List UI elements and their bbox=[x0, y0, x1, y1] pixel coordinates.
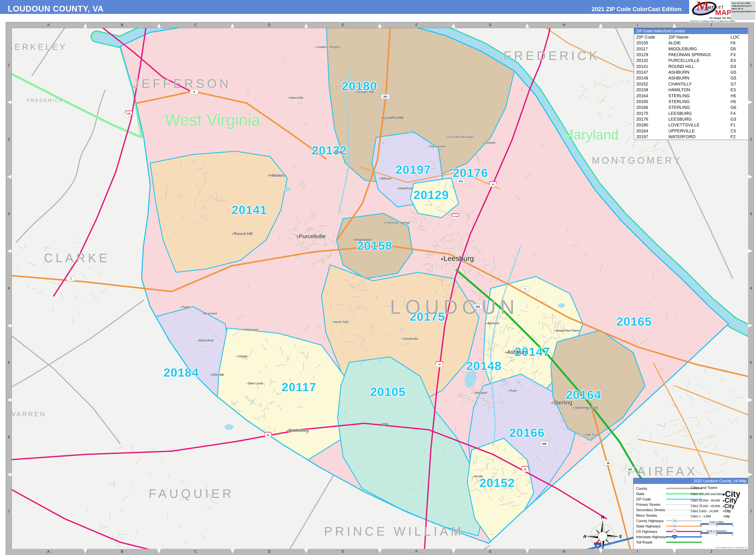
grid-number: 4 bbox=[750, 286, 752, 291]
town-label: Georges Mill bbox=[355, 90, 374, 94]
town-label: Oak Grove bbox=[584, 433, 600, 436]
us-route-shield-icon: 15 bbox=[436, 361, 443, 368]
town-label: Ashburn bbox=[505, 349, 528, 355]
grid-letter: C bbox=[194, 550, 197, 554]
town-dot-icon bbox=[315, 47, 316, 48]
county-label: PRINCE WILLIAM bbox=[324, 524, 464, 538]
city-dot-icon bbox=[723, 506, 724, 507]
zip-label-20117: 20117 bbox=[282, 380, 317, 394]
us-route-shield-icon: 15 bbox=[489, 181, 497, 188]
town-dot-icon bbox=[447, 137, 448, 138]
marketmaps-logo: M arket MAPS On Target. On Time. America… bbox=[689, 0, 756, 22]
grid-notch bbox=[157, 549, 161, 554]
map-frame: ABCDEFGHIJ ABCDEFGHIJ 1234567 1234567 bbox=[6, 22, 754, 554]
city-dot-icon bbox=[723, 516, 724, 517]
town-dot-icon bbox=[355, 92, 356, 92]
grid-notch bbox=[83, 23, 87, 28]
town-label: Neersville bbox=[288, 96, 303, 99]
town-dot-icon bbox=[332, 322, 333, 323]
town-label: Ryan bbox=[508, 389, 517, 392]
grid-number: 1 bbox=[750, 63, 752, 67]
zip-index-table: ZIP CodeZIP NameLOC 20105ALDIEF620117MID… bbox=[634, 34, 749, 140]
legend-title: 2021 Loudoun County, VA Map bbox=[634, 478, 749, 484]
grid-number: 5 bbox=[8, 360, 10, 365]
town-dot-icon bbox=[428, 146, 429, 147]
scale-bar-ticks: 012 bbox=[700, 534, 733, 536]
grid-notch bbox=[83, 549, 87, 554]
town-label: Milltown bbox=[379, 177, 391, 180]
legend-line bbox=[666, 542, 702, 543]
state-label: Maryland bbox=[562, 127, 618, 143]
town-label: Hillsboro bbox=[268, 173, 286, 178]
contact-call-2: 1-888-434-MAPS (6277) bbox=[732, 5, 754, 7]
legend-city-label: Cities 5,000 - 24,999 bbox=[691, 509, 718, 513]
state-route-shield-icon: 9 bbox=[190, 90, 198, 94]
contact-box: CALL US TOLL FREE! 1-888-434-MAPS (6277)… bbox=[731, 1, 755, 20]
grid-notch bbox=[157, 23, 161, 28]
state-route-shield-icon: 643 bbox=[474, 304, 482, 309]
town-dot-icon bbox=[486, 323, 487, 324]
grid-notch bbox=[452, 549, 456, 554]
legend-city-item: Cities 100,000 and AboveCity bbox=[691, 491, 747, 497]
town-label: Waterford bbox=[397, 186, 412, 190]
town-dot-icon bbox=[297, 236, 298, 237]
scale-bar-track bbox=[700, 523, 733, 525]
grid-letter: F bbox=[415, 550, 418, 554]
county-label: LOUDOUN bbox=[390, 296, 519, 318]
county-label: CLARKE bbox=[44, 251, 110, 265]
scale-bar-title: Scale in Miles bbox=[700, 521, 733, 523]
legend-city-label: Cities 1 - 4,999 bbox=[691, 515, 711, 518]
zip-label-20105: 20105 bbox=[370, 385, 406, 399]
legend-city-item: Cities 1 - 4,999City bbox=[691, 514, 747, 519]
town-dot-icon bbox=[397, 188, 398, 189]
town-label: Loudoun Heights bbox=[315, 45, 340, 49]
town-dot-icon bbox=[382, 117, 383, 118]
grid-number: 1 bbox=[8, 63, 10, 67]
city-dot-icon bbox=[723, 511, 724, 512]
legend-city-label: Cities 100,000 and Above bbox=[691, 492, 725, 496]
us-route-shield-icon: 340 bbox=[125, 111, 133, 117]
zip-label-20166: 20166 bbox=[509, 426, 545, 440]
zip-index-column: ZIP Name bbox=[668, 34, 730, 40]
grid-letter: I bbox=[637, 550, 638, 554]
grid-notch bbox=[748, 100, 753, 104]
grid-notch bbox=[748, 324, 753, 328]
county-label: FREDERICK bbox=[27, 98, 64, 103]
zip-index-row: 20166STERLINGG6 bbox=[634, 105, 749, 110]
zip-label-20176: 20176 bbox=[453, 166, 488, 180]
town-label: Arcola bbox=[472, 474, 483, 478]
grid-notch bbox=[748, 249, 753, 253]
zip-index-row: 20175LEESBURGF4 bbox=[634, 111, 749, 116]
grid-letter: G bbox=[489, 23, 492, 27]
edition-label: 2021 ZIP Code ColorCast Edition bbox=[591, 6, 681, 12]
legend-city-sample: City bbox=[723, 510, 731, 512]
town-label: Middleburg bbox=[287, 428, 309, 433]
town-label: Waxpool bbox=[474, 391, 487, 394]
town-label: North Fork bbox=[332, 320, 349, 324]
grid-letter: E bbox=[342, 550, 344, 554]
scale-bar: Scale in Miles012 bbox=[700, 521, 733, 527]
town-dot-icon bbox=[180, 307, 181, 307]
logo-tagline: On Target. On Time. bbox=[709, 16, 733, 20]
town-dot-icon bbox=[441, 258, 443, 260]
legend-city-label: Cities 25,000 - 49,999 bbox=[691, 504, 720, 508]
grid-notch bbox=[378, 549, 382, 554]
legend-road-label: Secondary Streets bbox=[636, 508, 665, 512]
zip-label-20184: 20184 bbox=[164, 365, 199, 379]
zip-label-20165: 20165 bbox=[616, 315, 652, 328]
county-label: FREDERICK bbox=[504, 49, 600, 63]
zip-index-row: 20148ASHBURNG5 bbox=[634, 75, 749, 81]
town-label: Purcellville bbox=[297, 233, 325, 240]
town-dot-icon bbox=[380, 424, 381, 424]
grid-notch bbox=[304, 549, 308, 554]
grid-notch bbox=[7, 473, 11, 476]
legend-road-label: ZIP Code bbox=[636, 497, 651, 501]
city-dot-icon bbox=[723, 500, 724, 501]
grid-ruler-right: 1234567 bbox=[748, 22, 754, 554]
town-label: Broad Run Farms bbox=[554, 329, 580, 332]
grid-letter: J bbox=[710, 550, 712, 554]
legend-panel: 2021 Loudoun County, VA Map CountyStateZ… bbox=[633, 478, 749, 549]
legend-city-item: Cities 50,000 - 99,999City bbox=[691, 498, 747, 503]
grid-notch bbox=[599, 549, 603, 554]
grid-notch bbox=[7, 249, 11, 253]
